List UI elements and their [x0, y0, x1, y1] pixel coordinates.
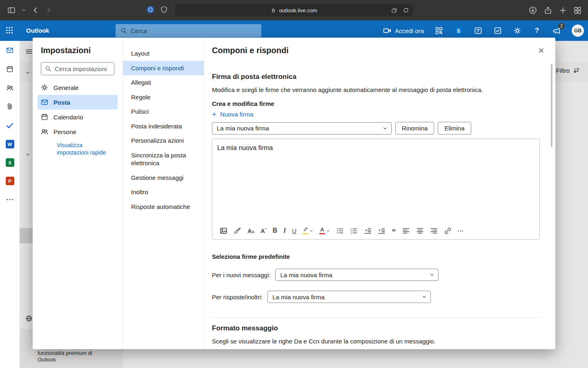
tab-overview-button[interactable] [574, 7, 581, 14]
apps-grid-icon[interactable] [434, 26, 443, 35]
settings-category-gestione-messaggi[interactable]: Gestione messaggi [123, 171, 204, 185]
delete-button[interactable]: Elimina [438, 122, 471, 135]
font-color-icon[interactable]: A [319, 226, 330, 236]
calendar-icon [41, 113, 48, 121]
rail-people-icon[interactable] [5, 83, 14, 92]
settings-search-input[interactable]: Cerca impostazioni [41, 62, 114, 75]
highlight-icon[interactable] [303, 226, 313, 236]
new-messages-select[interactable]: La mia nuova firma [275, 269, 439, 281]
skype-icon[interactable]: S [454, 26, 463, 35]
settings-nav-calendario[interactable]: Calendario [38, 110, 118, 124]
meet-now-button[interactable]: Accedi ora [383, 27, 424, 35]
rail-powerpoint-icon[interactable]: P [6, 177, 14, 185]
tab-copy-icon[interactable] [391, 7, 397, 13]
bullet-list-icon[interactable] [336, 226, 344, 236]
browser-nav-controls [7, 0, 52, 20]
rename-button[interactable]: Rinomina [395, 122, 434, 135]
rail-more-icon[interactable] [5, 195, 14, 204]
new-signature-button[interactable]: + Nuova firma [212, 110, 540, 118]
browser-actions [529, 0, 581, 20]
settings-nav-label: Generale [53, 84, 79, 91]
align-left-icon[interactable] [402, 226, 410, 236]
settings-category-layout[interactable]: Layout [123, 46, 204, 61]
signature-heading: Firma di posta elettronica [212, 73, 540, 81]
chevron-down-icon [422, 294, 427, 299]
quick-settings-link[interactable]: Visualizza impostazioni rapide [57, 141, 111, 157]
notes-icon[interactable] [493, 26, 502, 35]
signature-editor[interactable]: La mia nuova firma AaA°BIUA123”··· [212, 139, 540, 240]
forward-button[interactable] [45, 7, 52, 14]
underline-icon[interactable]: U [292, 226, 296, 236]
settings-sidebar: Impostazioni Cerca impostazioni Generale… [33, 38, 122, 349]
app-launcher-button[interactable] [5, 26, 13, 34]
new-messages-label: Per i nuovi messaggi: [212, 272, 270, 278]
rail-word-icon[interactable]: W [6, 140, 14, 148]
settings-nav: GeneralePostaCalendarioPersone [41, 80, 114, 139]
dialog-scrollbar[interactable] [551, 64, 552, 147]
section-divider [212, 317, 540, 318]
rail-mail-icon[interactable] [5, 46, 14, 55]
back-button[interactable] [32, 7, 39, 14]
close-button[interactable] [538, 47, 545, 54]
app-name[interactable]: Outlook [26, 27, 49, 34]
new-messages-row: Per i nuovi messaggi: La mia nuova firma [212, 269, 540, 281]
whats-new-icon[interactable]: 2 [552, 26, 561, 35]
bold-icon[interactable]: B [272, 226, 277, 236]
outdent-icon[interactable] [364, 226, 372, 236]
rail-attachments-icon[interactable] [5, 102, 14, 111]
settings-category-inoltro[interactable]: Inoltro [123, 185, 204, 200]
downloads-button[interactable] [529, 6, 537, 14]
signature-editor-text[interactable]: La mia nuova firma [217, 144, 535, 152]
insert-image-icon[interactable] [220, 226, 227, 236]
panel-title: Componi e rispondi [212, 46, 289, 55]
align-center-icon[interactable] [416, 226, 424, 236]
sidebar-toggle-button[interactable] [7, 6, 16, 14]
shield-icon[interactable] [160, 6, 168, 15]
italic-icon[interactable]: I [283, 226, 286, 236]
reload-button[interactable] [403, 7, 409, 13]
settings-gear-icon[interactable] [513, 26, 522, 35]
indent-icon[interactable] [378, 226, 385, 236]
settings-categories: LayoutComponi e rispondiAllegatiRegolePu… [122, 38, 204, 349]
format-painter-icon[interactable] [234, 226, 241, 236]
rail-calendar-icon[interactable] [5, 65, 14, 74]
settings-category-pulisci[interactable]: Pulisci [123, 104, 204, 119]
address-bar[interactable]: outlook.live.com [175, 4, 413, 16]
settings-nav-generale[interactable]: Generale [38, 80, 118, 95]
font-size-icon[interactable]: A° [261, 226, 266, 236]
settings-category-regole[interactable]: Regole [123, 90, 204, 105]
settings-category-componi-e-rispondi[interactable]: Componi e rispondi [123, 61, 204, 76]
rail-todo-icon[interactable] [5, 121, 14, 130]
settings-category-personalizza-azioni[interactable]: Personalizza azioni [123, 133, 204, 148]
extension-icon[interactable] [146, 5, 155, 16]
browser-chrome: outlook.live.com [0, 0, 588, 20]
more-options-icon[interactable]: ··· [458, 226, 464, 236]
settings-nav-persone[interactable]: Persone [38, 124, 118, 139]
settings-title: Impostazioni [41, 46, 114, 55]
help-icon[interactable]: ? [532, 26, 541, 35]
teams-icon[interactable] [474, 26, 483, 35]
message-format-description: Scegli se visualizzare le righe Da e Ccn… [212, 338, 540, 345]
settings-nav-label: Posta [53, 99, 70, 106]
settings-category-posta-indesiderata[interactable]: Posta indesiderata [123, 119, 204, 134]
replies-select[interactable]: La mia nuova firma [267, 291, 431, 303]
rail-excel-icon[interactable]: X [6, 158, 14, 167]
search-bar[interactable]: Cerca [116, 24, 261, 37]
link-icon[interactable] [444, 226, 452, 236]
account-avatar[interactable]: GB [572, 25, 584, 37]
settings-category-risposte-automatiche[interactable]: Risposte automatiche [123, 200, 204, 214]
signature-row: La mia nuova firma Rinomina Elimina [212, 122, 540, 135]
sidebar-chevron-icon[interactable] [21, 8, 26, 13]
settings-category-allegati[interactable]: Allegati [123, 75, 204, 90]
align-right-icon[interactable] [430, 226, 438, 236]
font-icon[interactable]: Aa [247, 226, 254, 236]
numbered-list-icon[interactable]: 123 [350, 226, 358, 236]
signature-select[interactable]: La mia nuova firma [212, 122, 392, 135]
settings-category-sincronizza-la-posta-elettronica[interactable]: Sincronizza la posta elettronica [123, 148, 204, 171]
share-button[interactable] [544, 6, 552, 14]
quote-icon[interactable]: ” [392, 226, 396, 236]
settings-nav-posta[interactable]: Posta [38, 95, 118, 110]
search-icon [120, 27, 127, 34]
svg-text:3: 3 [350, 231, 352, 234]
new-tab-button[interactable] [559, 7, 567, 14]
